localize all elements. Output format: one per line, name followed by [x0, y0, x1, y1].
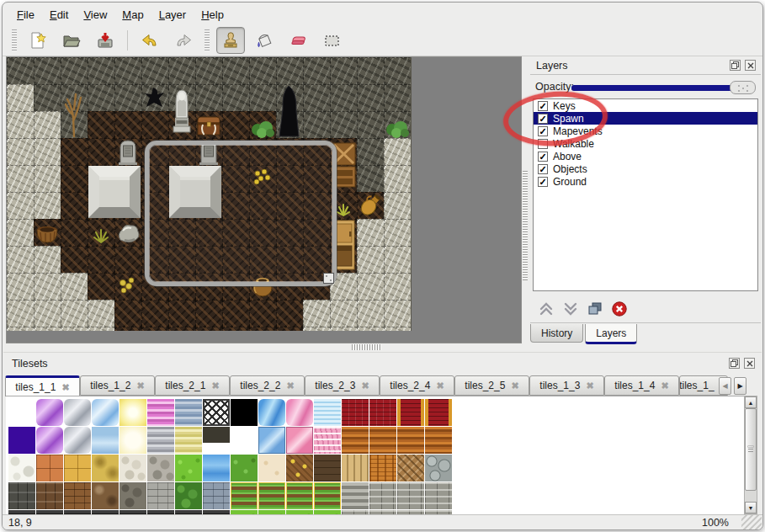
map-tile[interactable]: [195, 300, 222, 327]
palette-tile-brick-red[interactable]: [342, 399, 369, 426]
map-tile[interactable]: [276, 327, 303, 331]
map-tile[interactable]: [88, 327, 114, 331]
toolbar-grip[interactable]: [205, 29, 210, 51]
tab-close-icon[interactable]: ✖: [661, 380, 668, 391]
tab-close-icon[interactable]: ✖: [361, 380, 369, 391]
palette-tile-cobble-gray[interactable]: [147, 455, 174, 481]
map-tile[interactable]: [114, 84, 141, 111]
map-tile[interactable]: [330, 57, 357, 84]
tileset-tab-tiles_2_5[interactable]: tiles_2_5✖: [454, 375, 529, 396]
map-tile[interactable]: [195, 327, 222, 331]
layer-row-ground[interactable]: ✓Ground: [534, 175, 757, 188]
palette-tile-basketweave[interactable]: [369, 455, 396, 481]
palette-tile-water-anim[interactable]: [92, 427, 119, 454]
scroll-up-button[interactable]: ▲: [745, 396, 757, 408]
menu-edit[interactable]: Edit: [42, 6, 76, 24]
tab-close-icon[interactable]: ✖: [436, 380, 444, 391]
palette-tile-crystal-silver[interactable]: [64, 427, 91, 454]
tab-close-icon[interactable]: ✖: [586, 380, 593, 391]
toolbar-grip[interactable]: [12, 29, 17, 51]
palette-tile-water-blue[interactable]: [203, 455, 230, 481]
palette-tile-crystal-silver[interactable]: [64, 399, 91, 426]
map-tile[interactable]: [61, 57, 88, 84]
map-tile[interactable]: [34, 219, 61, 246]
palette-tile-garden-row[interactable]: [314, 482, 341, 509]
palette-tile-brick-gray[interactable]: [147, 482, 174, 509]
palette-tile-stripe-pink[interactable]: [147, 399, 174, 426]
tab-history[interactable]: History: [530, 324, 583, 343]
palette-tile-wood-dark[interactable]: [314, 455, 341, 481]
map-tile[interactable]: [141, 327, 168, 331]
map-tile[interactable]: [357, 300, 384, 327]
palette-tile-wall-brownstone[interactable]: [92, 482, 119, 509]
map-tile[interactable]: [88, 192, 114, 219]
layer-row-keys[interactable]: ✓Keys: [534, 99, 757, 112]
tabs-scroll-right-button[interactable]: ▶: [734, 377, 746, 395]
map-tile[interactable]: [7, 273, 34, 300]
menu-layer[interactable]: Layer: [151, 6, 194, 24]
map-tile[interactable]: [330, 84, 357, 111]
tab-close-icon[interactable]: ✖: [286, 380, 294, 391]
lower-layer-button[interactable]: [560, 301, 582, 321]
map-tile[interactable]: [384, 138, 411, 165]
map-tile[interactable]: [384, 219, 411, 246]
layer-visibility-checkbox[interactable]: ✓: [538, 101, 548, 111]
map-tile[interactable]: [303, 57, 330, 84]
map-tile[interactable]: [303, 327, 330, 331]
map-tile[interactable]: [168, 111, 195, 138]
map-tile[interactable]: [7, 57, 34, 84]
palette-tile-lattice[interactable]: [203, 399, 230, 426]
map-tile[interactable]: [222, 111, 249, 138]
tileset-tab-tiles_2_3[interactable]: tiles_2_3✖: [305, 375, 380, 396]
tab-close-icon[interactable]: ✖: [211, 380, 219, 391]
map-tile[interactable]: [357, 246, 384, 273]
map-tile[interactable]: [114, 138, 141, 165]
palette-tile-brick-blue[interactable]: [203, 482, 230, 509]
map-tile[interactable]: [168, 84, 195, 111]
palette-tile-stripe-yellow[interactable]: [175, 427, 202, 454]
map-tile[interactable]: [34, 327, 61, 331]
palette-tile-zigzag-pink[interactable]: [314, 427, 341, 454]
tab-close-icon[interactable]: ✖: [61, 382, 69, 393]
map-tile[interactable]: [384, 84, 411, 111]
palette-scrollbar[interactable]: ▲ ▼: [744, 396, 757, 514]
map-tile[interactable]: [357, 192, 384, 219]
map-tile[interactable]: [276, 84, 303, 111]
map-tile[interactable]: [249, 300, 276, 327]
tileset-tab-tiles_1_4[interactable]: tiles_1_4✖: [604, 375, 679, 396]
map-tile[interactable]: [34, 57, 61, 84]
map-tile[interactable]: [276, 111, 303, 138]
map-tile[interactable]: [114, 165, 141, 192]
layer-visibility-checkbox[interactable]: ✓: [538, 126, 548, 136]
palette-tile-hedge[interactable]: [175, 482, 202, 509]
palette-tile-stone-circles[interactable]: [425, 455, 452, 481]
open-button[interactable]: [57, 27, 86, 54]
map-tile[interactable]: [114, 273, 141, 300]
vertical-splitter-handle[interactable]: [523, 171, 528, 280]
map-tile[interactable]: [61, 111, 88, 138]
palette-tile-wall-brown[interactable]: [36, 482, 63, 509]
map-tile[interactable]: [114, 192, 141, 219]
fill-button[interactable]: [250, 27, 279, 54]
map-tile[interactable]: [34, 165, 61, 192]
map-tile[interactable]: [34, 138, 61, 165]
palette-tile-grass-green[interactable]: [231, 455, 258, 481]
map-tile[interactable]: [195, 84, 222, 111]
map-tile[interactable]: [303, 84, 330, 111]
layer-name[interactable]: Spawn: [553, 113, 584, 125]
map-tile[interactable]: [61, 138, 88, 165]
palette-tile-planks-orange[interactable]: [342, 427, 369, 454]
map-tile[interactable]: [141, 84, 168, 111]
map-tile[interactable]: [222, 300, 249, 327]
map-tile[interactable]: [88, 246, 114, 273]
map-tile[interactable]: [222, 57, 249, 84]
palette-tile-garden-row[interactable]: [286, 482, 313, 509]
opacity-slider-handle[interactable]: [730, 81, 756, 94]
palette-tile-crystal-purple[interactable]: [36, 399, 63, 426]
map-tile[interactable]: [195, 111, 222, 138]
palette-tile-wall-darkstone[interactable]: [8, 482, 35, 509]
palette-tile-wall-cobble[interactable]: [120, 482, 146, 509]
layer-visibility-checkbox[interactable]: [538, 139, 548, 149]
map-tile[interactable]: [141, 111, 168, 138]
new-button[interactable]: [24, 27, 52, 54]
